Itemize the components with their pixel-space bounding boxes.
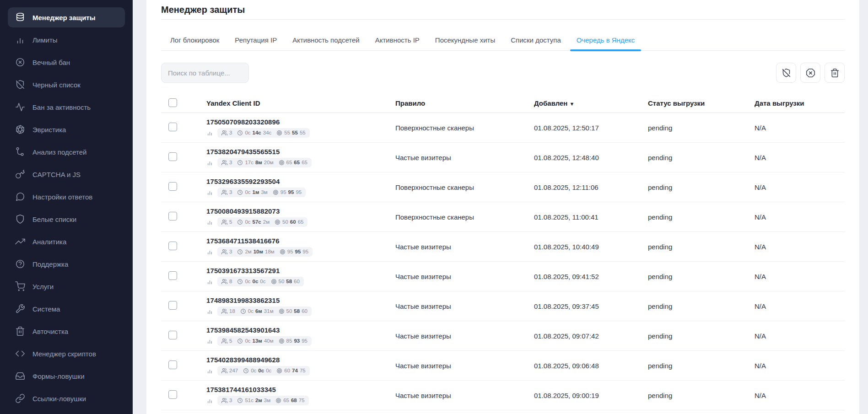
clock-icon (237, 398, 243, 403)
bar-chart-icon[interactable] (206, 338, 213, 344)
row-checkbox[interactable] (168, 360, 177, 369)
yandex-client-id: 175381744161033345 (206, 386, 395, 393)
rule-cell: Поверхностные сканеры (395, 124, 534, 132)
inbox-icon (15, 371, 25, 381)
row-metrics-badge: 3 0с14с34с 555555 (217, 128, 310, 138)
tab[interactable]: Списки доступа (511, 36, 561, 50)
yandex-client-id: 1750507098203320896 (206, 118, 395, 126)
tab[interactable]: Посекундные хиты (435, 36, 495, 50)
row-checkbox[interactable] (168, 301, 177, 310)
score-metric: 505860 (279, 308, 307, 314)
sidebar-item[interactable]: Бан за активность (8, 97, 125, 117)
sidebar-item[interactable]: Система (8, 299, 125, 319)
cancel-button[interactable] (800, 63, 820, 83)
tab[interactable]: Лог блокировок (170, 36, 219, 50)
time-metric: 0с57с2м (237, 219, 270, 225)
sort-desc-icon: ▼ (569, 101, 574, 107)
row-checkbox[interactable] (168, 390, 177, 399)
bar-chart-icon[interactable] (206, 367, 213, 374)
bar-chart-icon[interactable] (206, 159, 213, 166)
clock-icon (237, 160, 243, 166)
added-cell: 01.08.2025, 12:50:17 (534, 124, 648, 132)
col-header-id: Yandex Client ID (206, 99, 395, 107)
row-checkbox[interactable] (168, 123, 177, 131)
row-checkbox[interactable] (168, 331, 177, 339)
users-icon (221, 130, 227, 136)
tab-label: Очередь в Яндекс (577, 36, 635, 44)
row-metrics-badge: 3 17с8м20м 656565 (217, 158, 312, 167)
bar-chart-icon[interactable] (206, 278, 213, 285)
tab-bar: Лог блокировок Репутация IP Активность п… (161, 20, 845, 51)
bar-chart-icon[interactable] (206, 219, 213, 226)
bar-chart-icon[interactable] (206, 397, 213, 404)
sidebar-item[interactable]: Авточистка (8, 321, 125, 341)
table-row: 1750391673313567291 8 0с0с0с (161, 262, 845, 291)
sidebar-item[interactable]: Менеджер защиты (8, 7, 125, 27)
row-metrics-badge: 5 0с57с2м 506065 (217, 217, 307, 227)
page-title: Менеджер защиты (161, 5, 245, 15)
delete-button[interactable] (825, 63, 845, 83)
rule-cell: Частые визитеры (395, 302, 534, 310)
sidebar-item[interactable]: Поддержка (8, 254, 125, 274)
select-all-checkbox[interactable] (168, 98, 177, 107)
sidebar-item[interactable]: Аналитика (8, 231, 125, 252)
users-metric: 3 (221, 130, 232, 136)
bar-chart-icon (15, 35, 25, 45)
export-date-cell: N/A (755, 154, 845, 161)
clock-icon (237, 219, 243, 225)
bulk-actions (776, 63, 845, 83)
users-icon (221, 398, 227, 403)
export-date-cell: N/A (755, 362, 845, 370)
search-input[interactable] (161, 63, 249, 83)
key-icon (15, 169, 25, 179)
sidebar-item-label: Вечный бан (32, 59, 70, 66)
sidebar-item[interactable]: Ссылки-ловушки (8, 388, 125, 409)
sidebar-item-label: Формы-ловушки (32, 372, 85, 380)
row-checkbox[interactable] (168, 212, 177, 220)
sidebar-item-label: Поддержка (32, 260, 68, 268)
bar-chart-icon[interactable] (206, 189, 213, 196)
sidebar-item[interactable]: Настройки ответов (8, 187, 125, 207)
clock-icon (237, 279, 243, 285)
sidebar-item-label: Услуги (32, 283, 54, 290)
row-checkbox[interactable] (168, 182, 177, 191)
tab-label: Списки доступа (511, 36, 561, 44)
sidebar-item[interactable]: Менеджер скриптов (8, 344, 125, 364)
sidebar-item[interactable]: Услуги (8, 276, 125, 296)
time-metric: 0с14с34с (237, 130, 271, 136)
sidebar-item[interactable]: Эвристика (8, 119, 125, 140)
sidebar-item-label: Лимиты (32, 36, 58, 44)
tab[interactable]: Репутация IP (235, 36, 277, 50)
row-checkbox[interactable] (168, 242, 177, 250)
sidebar-item-label: Анализ подсетей (32, 148, 86, 156)
unblock-button[interactable] (776, 63, 796, 83)
export-date-cell: N/A (755, 183, 845, 191)
users-icon (221, 189, 227, 195)
sidebar-item[interactable]: Анализ подсетей (8, 142, 125, 162)
status-cell: pending (648, 213, 755, 221)
tab-label: Посекундные хиты (435, 36, 495, 44)
sidebar-item-label: Эвристика (32, 126, 66, 134)
col-header-added[interactable]: Добавлен▼ (534, 99, 648, 107)
sidebar-item[interactable]: Формы-ловушки (8, 366, 125, 386)
sidebar-item[interactable]: Черный список (8, 75, 125, 95)
sidebar-item-label: Ссылки-ловушки (32, 395, 86, 403)
tab[interactable]: Активность IP (375, 36, 420, 50)
score-metric: 656875 (275, 398, 304, 403)
row-checkbox[interactable] (168, 152, 177, 161)
sidebar-item[interactable]: Белые списки (8, 209, 125, 229)
rule-cell: Частые визитеры (395, 243, 534, 251)
sidebar-item[interactable]: Лимиты (8, 30, 125, 50)
bar-chart-icon[interactable] (206, 248, 213, 255)
target-icon (279, 160, 285, 166)
bar-chart-icon[interactable] (206, 129, 213, 136)
sidebar-item[interactable]: Вечный бан (8, 52, 125, 72)
row-checkbox[interactable] (168, 271, 177, 280)
bar-chart-icon[interactable] (206, 308, 213, 315)
tab[interactable]: Очередь в Яндекс (577, 36, 635, 50)
sidebar-item[interactable]: CAPTCHA и JS (8, 164, 125, 184)
row-metrics-badge: 8 0с0с0с 505860 (217, 277, 304, 286)
col-header-status: Статус выгрузки (648, 99, 755, 107)
tab[interactable]: Активность подсетей (292, 36, 360, 50)
users-metric: 247 (221, 368, 238, 374)
